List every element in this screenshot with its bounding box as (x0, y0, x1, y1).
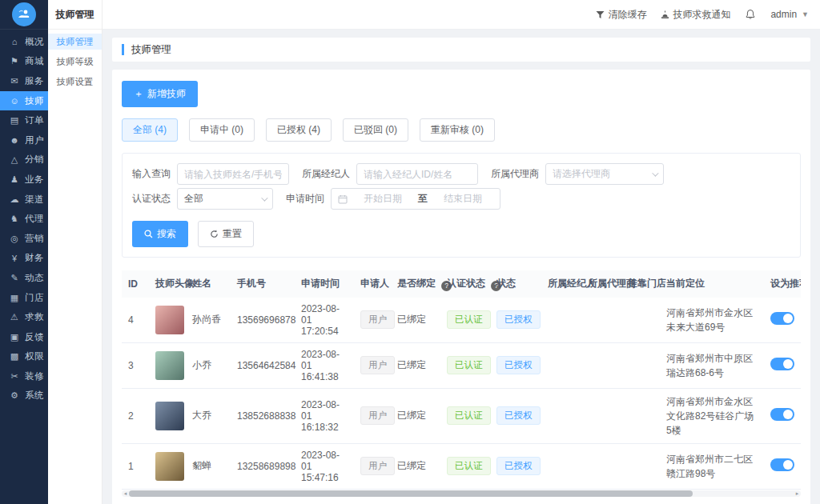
tab-申请中 (0)[interactable]: 申请中 (0) (189, 118, 255, 142)
sidebar-item-门店[interactable]: ▦门店 (0, 288, 48, 308)
column-header-状态: 状态 (490, 270, 541, 298)
clear-cache-button[interactable]: 清除缓存 (596, 8, 646, 22)
sidebar-item-技师[interactable]: ☺技师 (0, 91, 48, 111)
sidebar-item-label: 技师 (25, 95, 44, 107)
add-technician-button[interactable]: ＋ 新增技师 (122, 81, 198, 107)
column-header-技师头像: 技师头像 (149, 270, 186, 298)
cert-status-select[interactable]: 全部 (177, 188, 273, 210)
date-to-label: 至 (418, 192, 428, 206)
reset-button[interactable]: 重置 (198, 221, 254, 247)
sidebar-item-服务[interactable]: ✉服务 (0, 71, 48, 91)
agency-select[interactable]: 请选择代理商 (545, 163, 664, 185)
cell-bound: 已绑定 (391, 342, 440, 388)
sidebar-item-动态[interactable]: ✎动态 (0, 268, 48, 288)
status-badge: 已授权 (496, 406, 541, 425)
column-header-申请时间: 申请时间 (295, 270, 354, 298)
query-input[interactable] (177, 163, 289, 185)
cell-broker (541, 443, 581, 489)
technician-table-wrap: ID技师头像姓名手机号申请时间申请人是否绑定 ?认证状态 ?状态所属经纪人所属代… (122, 270, 801, 490)
page-title: 技师管理 (131, 43, 171, 57)
sidebar-item-财务[interactable]: ¥财务 (0, 249, 48, 269)
primary-sidebar: ⌂概况⚑商城✉服务☺技师▤订单☻用户△分销♟业务☁渠道♞代理◎营销¥财务✎动态▦… (0, 0, 48, 504)
column-header-姓名: 姓名 (186, 270, 231, 298)
topbar: 清除缓存 技师求救通知 admin ▼ (102, 0, 820, 30)
status-tabs: 全部 (4)申请中 (0)已授权 (4)已驳回 (0)重新审核 (0) (122, 118, 801, 142)
sidebar-item-业务[interactable]: ♟业务 (0, 170, 48, 190)
tab-已驳回 (0)[interactable]: 已驳回 (0) (343, 118, 408, 142)
date-start-placeholder: 开始日期 (352, 192, 413, 206)
sidebar-item-营销[interactable]: ◎营销 (0, 229, 48, 249)
sidebar-item-label: 动态 (25, 272, 44, 284)
cell-location: 河南省郑州市中原区瑞达路68-6号 (660, 342, 764, 388)
feedback-icon: ▣ (9, 332, 20, 342)
applicant-tag: 用户 (360, 356, 395, 374)
scrollbar-thumb[interactable] (129, 490, 693, 497)
horizontal-scrollbar[interactable]: ◂ ▸ (122, 490, 801, 497)
date-range-picker[interactable]: 开始日期 至 结束日期 (331, 188, 500, 210)
avatar[interactable] (155, 402, 184, 430)
status-badge: 已授权 (496, 457, 541, 475)
broker-input[interactable] (356, 163, 478, 185)
cell-agency (581, 388, 621, 443)
sidebar-item-用户[interactable]: ☻用户 (0, 130, 48, 150)
column-header-所属代理商: 所属代理商 (581, 270, 621, 298)
recommend-toggle[interactable] (770, 358, 794, 370)
sidebar-item-商城[interactable]: ⚑商城 (0, 52, 48, 72)
notification-bell-icon[interactable] (745, 9, 756, 20)
cert-status-badge: 已认证 (447, 457, 491, 475)
apply-time-label: 申请时间 (286, 192, 324, 206)
cell-bound: 已绑定 (391, 298, 440, 343)
search-button[interactable]: 搜索 (132, 221, 188, 247)
sidebar-item-系统[interactable]: ⚙系统 (0, 386, 48, 406)
sidebar-item-订单[interactable]: ▤订单 (0, 110, 48, 130)
cell-store (621, 388, 660, 443)
sos-notice-button[interactable]: 技师求救通知 (661, 8, 730, 22)
submenu-list: 技师管理技师等级技师设置 (48, 34, 102, 90)
cell-id: 4 (122, 298, 149, 343)
tab-重新审核 (0)[interactable]: 重新审核 (0) (420, 118, 495, 142)
breadcrumb-accent-bar (122, 44, 124, 55)
avatar[interactable] (155, 351, 184, 380)
add-technician-label: 新增技师 (147, 87, 186, 101)
cell-applicant: 用户 (354, 443, 391, 489)
cell-name: 小乔 (186, 342, 231, 388)
cell-apply-time: 2023-08-0115:47:16 (295, 443, 354, 489)
avatar[interactable] (155, 306, 184, 334)
sidebar-item-装修[interactable]: ✂装修 (0, 366, 48, 386)
sidebar-item-求救[interactable]: ⚠求救 (0, 307, 48, 327)
siren-icon (661, 10, 669, 19)
submenu-item-技师等级[interactable]: 技师等级 (48, 54, 102, 70)
table-row: 3小乔135646425842023-08-0116:41:38用户已绑定已认证… (122, 342, 801, 388)
submenu-item-技师管理[interactable]: 技师管理 (48, 34, 102, 50)
cell-recommend (764, 342, 801, 388)
plus-icon: ＋ (134, 87, 143, 101)
sidebar-item-权限[interactable]: ▩权限 (0, 347, 48, 367)
admin-menu[interactable]: admin ▼ (770, 9, 809, 20)
sidebar-item-概况[interactable]: ⌂概况 (0, 32, 48, 52)
sidebar-item-代理[interactable]: ♞代理 (0, 209, 48, 229)
sidebar-item-label: 代理 (25, 213, 44, 225)
marketing-icon: ◎ (9, 234, 20, 244)
sidebar-item-渠道[interactable]: ☁渠道 (0, 190, 48, 210)
cell-agency (581, 298, 621, 343)
avatar[interactable] (155, 452, 184, 481)
tab-已授权 (4)[interactable]: 已授权 (4) (266, 118, 332, 142)
submenu-item-技师设置[interactable]: 技师设置 (48, 74, 102, 90)
sidebar-item-分销[interactable]: △分销 (0, 150, 48, 170)
date-end-placeholder: 结束日期 (432, 192, 493, 206)
tab-全部 (4)[interactable]: 全部 (4) (122, 118, 178, 142)
recommend-toggle[interactable] (770, 312, 794, 325)
logo-area (0, 0, 48, 30)
recommend-toggle[interactable] (770, 408, 794, 421)
agency-select-placeholder: 请选择代理商 (553, 167, 610, 181)
cell-name: 大乔 (186, 388, 231, 443)
sidebar-item-label: 财务 (25, 252, 44, 264)
recommend-toggle[interactable] (770, 458, 794, 471)
cell-store (621, 342, 660, 388)
cert-status-badge: 已认证 (447, 356, 491, 374)
scroll-left-arrow-icon[interactable]: ◂ (122, 490, 129, 497)
sidebar-item-反馈[interactable]: ▣反馈 (0, 327, 48, 347)
brand-logo-icon[interactable] (12, 2, 36, 26)
scroll-right-arrow-icon[interactable]: ▸ (794, 490, 801, 497)
column-header-认证状态: 认证状态 ? (440, 270, 490, 298)
